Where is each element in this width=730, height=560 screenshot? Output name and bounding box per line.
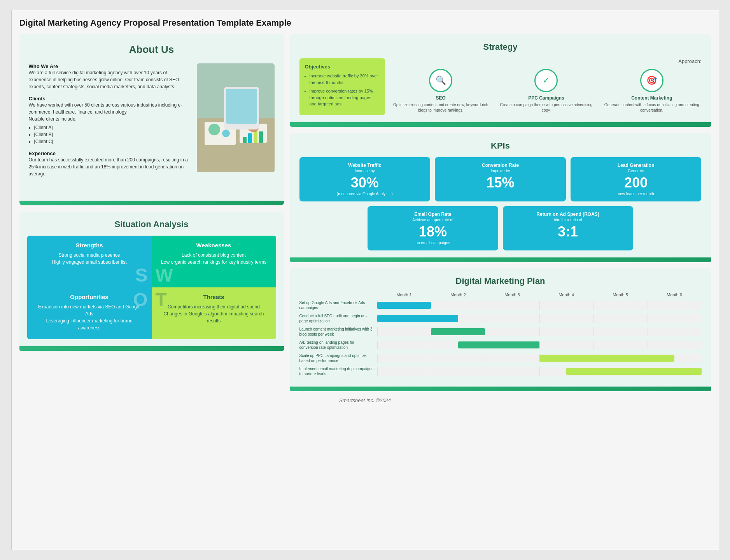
objectives-box: Objectives Increase website traffic by 3… xyxy=(299,58,385,115)
gantt-row: Launch content marketing initiatives wit… xyxy=(299,327,702,337)
swot-weaknesses: Weaknesses Lack of consistent blog conte… xyxy=(152,236,276,287)
kpi-roas-value: 3:1 xyxy=(508,224,628,240)
approach-seo: 🔍 SEO Optimize existing content and crea… xyxy=(391,69,490,113)
dmp-card: Digital Marketing Plan Month 1Month 2Mon… xyxy=(290,268,711,391)
strategy-inner: Objectives Increase website traffic by 3… xyxy=(299,58,702,115)
main-grid: About Us Who We Are We are a full-servic… xyxy=(19,34,711,391)
content-icon: 🎯 xyxy=(640,69,663,92)
objectives-title: Objectives xyxy=(305,64,380,70)
clients-body: We have worked with over 50 clients acro… xyxy=(29,102,191,145)
about-image-placeholder xyxy=(197,63,275,172)
kpi-wt-sub: Increase by xyxy=(304,169,426,173)
objective-2: Improve conversion rates by 15% through … xyxy=(310,88,380,107)
client-c: [Client C] xyxy=(34,138,191,145)
kpi-roas: Return on Ad Spend (ROAS) Aim for a rati… xyxy=(503,206,633,250)
about-section-clients: Clients We have worked with over 50 clie… xyxy=(29,96,191,145)
about-image xyxy=(197,63,275,172)
weaknesses-body: Lack of consistent blog content Low orga… xyxy=(159,252,268,266)
kpi-title: KPIs xyxy=(299,141,702,151)
content-title: Content Marketing xyxy=(602,95,701,101)
approach-label: Approach: xyxy=(391,58,702,64)
kpi-cr-sub: Improve by xyxy=(439,169,561,173)
about-footer-bar xyxy=(19,201,284,205)
gantt-month-header: Month 2 xyxy=(431,292,485,297)
objective-1: Increase website traffic by 30% over the… xyxy=(310,73,380,86)
gantt-month-header: Month 5 xyxy=(593,292,648,297)
gantt-chart: Month 1Month 2Month 3Month 4Month 5Month… xyxy=(299,292,702,376)
strengths-body: Strong social media presence Highly enga… xyxy=(35,252,144,266)
about-title: About Us xyxy=(29,44,275,56)
gantt-row: A/B testing on landing pages for convers… xyxy=(299,340,702,350)
about-card-inner: Who We Are We are a full-service digital… xyxy=(29,63,275,183)
page-title: Digital Marketing Agency Proposal Presen… xyxy=(19,18,711,28)
strategy-card: Strategy Objectives Increase website tra… xyxy=(290,34,711,127)
kpi-eo-label: Email Open Rate xyxy=(372,212,493,217)
ppc-body: Create a campaign theme with persuasive … xyxy=(497,102,596,113)
page-wrapper: Digital Marketing Agency Proposal Presen… xyxy=(11,10,719,550)
kpi-eo-unit: on email campaigns xyxy=(372,241,493,245)
gantt-bar xyxy=(458,341,539,348)
kpi-lg-value: 200 xyxy=(575,175,697,191)
kpi-lg-label: Lead Generation xyxy=(575,163,697,168)
kpi-wt-unit: (measured via Google Analytics) xyxy=(304,192,426,196)
gantt-bar xyxy=(566,368,702,375)
approach-items: 🔍 SEO Optimize existing content and crea… xyxy=(391,69,702,113)
gantt-task-label: A/B testing on landing pages for convers… xyxy=(299,340,377,350)
strengths-title: Strengths xyxy=(35,242,144,248)
swot-strengths: Strengths Strong social media presence H… xyxy=(27,236,152,287)
content-body: Generate content with a focus on initiat… xyxy=(602,102,701,113)
svg-rect-9 xyxy=(259,131,263,143)
strategy-title: Strategy xyxy=(299,42,702,52)
left-column: About Us Who We Are We are a full-servic… xyxy=(19,34,284,391)
svg-rect-7 xyxy=(248,133,252,143)
gantt-bar xyxy=(377,302,431,309)
kpi-grid-bottom: Email Open Rate Achieve an open rate of … xyxy=(368,206,633,250)
gantt-row: Conduct a full SEO audit and begin on-pa… xyxy=(299,313,702,324)
svg-point-4 xyxy=(222,130,230,137)
seo-body: Optimize existing content and create new… xyxy=(391,102,490,113)
about-text-column: Who We Are We are a full-service digital… xyxy=(29,63,191,183)
experience-title: Experience xyxy=(29,150,191,156)
kpi-conversion-rate: Conversion Rate Improve by 15% xyxy=(435,157,566,201)
weaknesses-title: Weaknesses xyxy=(159,242,268,248)
right-column: Strategy Objectives Increase website tra… xyxy=(290,34,711,391)
kpi-wt-label: Website Traffic xyxy=(304,163,426,168)
dmp-title: Digital Marketing Plan xyxy=(299,276,702,286)
gantt-month-header: Month 6 xyxy=(648,292,702,297)
who-we-are-title: Who We Are xyxy=(29,63,191,69)
swot-t-letter: T xyxy=(156,289,167,310)
ppc-title: PPC Campaigns xyxy=(497,95,596,101)
gantt-month-header: Month 3 xyxy=(485,292,539,297)
opportunities-title: Opportunities xyxy=(35,294,144,300)
opportunities-body: Expansion into new markets via SEO and G… xyxy=(35,303,144,331)
svg-point-3 xyxy=(208,124,220,135)
kpi-website-traffic: Website Traffic Increase by 30% (measure… xyxy=(299,157,431,201)
about-section-experience: Experience Our team has successfully exe… xyxy=(29,150,191,177)
kpi-roas-sub: Aim for a ratio of xyxy=(508,218,628,222)
gantt-task-label: Conduct a full SEO audit and begin on-pa… xyxy=(299,313,377,324)
clients-list: [Client A] [Client B] [Client C] xyxy=(34,124,191,145)
gantt-bar xyxy=(377,315,459,322)
kpi-grid-top: Website Traffic Increase by 30% (measure… xyxy=(299,157,702,201)
kpi-cr-value: 15% xyxy=(439,175,561,191)
clients-title: Clients xyxy=(29,96,191,102)
kpi-lg-sub: Generate xyxy=(575,169,697,173)
kpi-lead-gen: Lead Generation Generate 200 new leads p… xyxy=(571,157,702,201)
ppc-icon: ✓ xyxy=(534,69,558,92)
gantt-row: Implement email marketing drip campaigns… xyxy=(299,366,702,376)
objectives-list: Increase website traffic by 30% over the… xyxy=(305,73,380,107)
kpi-eo-sub: Achieve an open rate of xyxy=(372,218,493,222)
experience-body: Our team has successfully executed more … xyxy=(29,156,191,177)
approach-content: 🎯 Content Marketing Generate content wit… xyxy=(602,69,701,113)
kpi-roas-label: Return on Ad Spend (ROAS) xyxy=(508,212,628,217)
swot-w-letter: W xyxy=(156,264,173,286)
kpi-card: KPIs Website Traffic Increase by 30% (me… xyxy=(290,133,711,262)
kpi-lg-unit: new leads per month xyxy=(575,192,697,196)
approach-column: Approach: 🔍 SEO Optimize existing conten… xyxy=(391,58,702,115)
who-we-are-body: We are a full-service digital marketing … xyxy=(29,69,191,90)
gantt-task-label: Set up Google Ads and Facebook Ads campa… xyxy=(299,300,377,310)
kpi-cr-label: Conversion Rate xyxy=(439,163,561,168)
svg-rect-6 xyxy=(243,137,247,143)
situation-footer-bar xyxy=(19,346,284,351)
kpi-eo-value: 18% xyxy=(372,224,493,240)
